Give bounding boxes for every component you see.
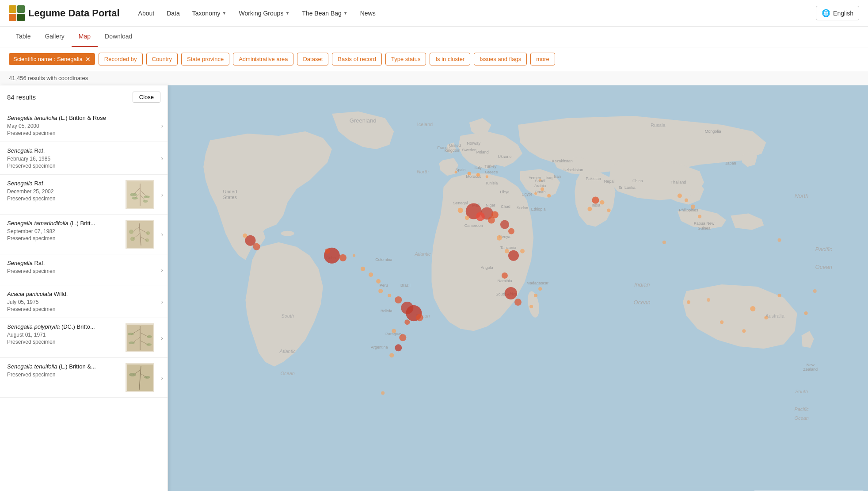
svg-point-146: [685, 198, 688, 202]
svg-point-7: [144, 196, 150, 198]
tab-gallery[interactable]: Gallery: [38, 27, 71, 47]
svg-text:Libya: Libya: [500, 190, 510, 194]
header: Legume Data Portal About Data Taxonomy ▼…: [0, 0, 868, 27]
record-date: May 05, 2000: [7, 123, 154, 129]
record-type: Preserved specimen: [7, 130, 154, 136]
svg-text:Ethiopia: Ethiopia: [531, 207, 546, 211]
list-item[interactable]: Senegalia tenuifolia (L.) Britton & Rose…: [0, 109, 168, 142]
filter-recorded-by[interactable]: Recorded by: [99, 53, 143, 65]
filter-state-province[interactable]: State province: [181, 53, 229, 65]
svg-point-130: [508, 250, 519, 261]
filter-more[interactable]: more: [530, 53, 555, 65]
tab-table[interactable]: Table: [9, 27, 38, 47]
close-sidebar-button[interactable]: Close: [133, 92, 160, 103]
svg-text:Pacific: Pacific: [794, 407, 809, 412]
filter-is-in-cluster[interactable]: Is in cluster: [430, 53, 470, 65]
nav-news[interactable]: News: [355, 6, 381, 20]
record-name: Senegalia tenuifolia (L.) Britton & Rose: [7, 115, 154, 121]
filter-country[interactable]: Country: [146, 53, 178, 65]
specimen-image: [127, 221, 153, 248]
nav-working-groups[interactable]: Working Groups ▼: [234, 6, 295, 20]
svg-point-132: [502, 272, 508, 279]
svg-text:Ocean: Ocean: [280, 371, 294, 376]
svg-point-145: [678, 193, 682, 198]
record-info: Acacia paniculata Willd. July 05, 1975 P…: [7, 291, 154, 312]
svg-text:Ocean: Ocean: [634, 299, 651, 306]
svg-point-147: [691, 204, 695, 209]
svg-text:Brazil: Brazil: [400, 283, 411, 288]
svg-text:Kazakhstan: Kazakhstan: [552, 159, 573, 163]
record-type: Preserved specimen: [7, 235, 122, 242]
map-container[interactable]: United States Greenland North Atlantic O…: [168, 85, 868, 491]
svg-point-128: [497, 235, 502, 241]
list-item[interactable]: Senegalia Raf. December 25, 2002 Preserv…: [0, 175, 168, 215]
svg-point-27: [147, 335, 152, 338]
svg-point-168: [404, 319, 410, 325]
svg-text:South: South: [281, 313, 294, 318]
svg-text:Papua New: Papua New: [694, 221, 715, 226]
remove-filter-icon[interactable]: ✕: [85, 56, 91, 62]
chevron-right-icon: ›: [161, 122, 163, 129]
svg-point-121: [476, 212, 485, 221]
chevron-right-icon: ›: [161, 231, 163, 238]
record-info: Senegalia Raf. Preserved specimen: [7, 260, 154, 280]
svg-point-169: [392, 329, 396, 333]
specimen-image: [127, 325, 153, 351]
record-name: Senegalia Raf.: [7, 260, 154, 266]
svg-text:Poland: Poland: [476, 150, 489, 154]
record-info: Senegalia tamarindifolia (L.) Britt... S…: [7, 220, 122, 249]
list-item[interactable]: Senegalia tenuifolia (L.) Britton &... P…: [0, 358, 168, 398]
record-date: February 16, 1985: [7, 156, 154, 162]
nav-bean-bag[interactable]: The Bean Bag ▼: [297, 6, 353, 20]
svg-point-142: [587, 207, 592, 211]
list-item[interactable]: Senegalia Raf. Preserved specimen ›: [0, 254, 168, 285]
logo[interactable]: Legume Data Portal: [9, 5, 120, 21]
list-item[interactable]: Senegalia polyphylla (DC.) Britto... Aug…: [0, 318, 168, 358]
specimen-image: [127, 364, 153, 391]
filter-issues-flags[interactable]: Issues and flags: [474, 53, 527, 65]
svg-text:New: New: [807, 363, 815, 367]
record-type: Preserved specimen: [7, 306, 154, 312]
nav-about[interactable]: About: [133, 6, 160, 20]
nav-data[interactable]: Data: [161, 6, 185, 20]
svg-text:Mongolia: Mongolia: [705, 129, 722, 134]
active-filter-scientific-name[interactable]: Scientific name : Senegalia ✕: [9, 53, 95, 65]
svg-text:South: South: [795, 389, 808, 394]
svg-text:Senegal: Senegal: [453, 201, 468, 205]
svg-text:Japan: Japan: [725, 161, 736, 165]
svg-point-126: [500, 220, 509, 229]
svg-point-117: [455, 171, 457, 173]
record-info: Senegalia polyphylla (DC.) Britto... Aug…: [7, 323, 122, 352]
svg-point-160: [369, 272, 373, 277]
chevron-right-icon: ›: [161, 334, 163, 341]
tab-download[interactable]: Download: [98, 27, 139, 47]
record-date: August 01, 1971: [7, 332, 122, 338]
svg-text:Atlantic: Atlantic: [414, 251, 431, 257]
svg-text:Arabia: Arabia: [534, 184, 546, 188]
svg-point-161: [376, 279, 381, 284]
filter-administrative-area[interactable]: Administrative area: [233, 53, 293, 65]
svg-point-16: [129, 230, 133, 234]
results-sidebar: 84 results Close Senegalia tenuifolia (L…: [0, 85, 168, 491]
svg-point-17: [146, 231, 150, 235]
tab-map[interactable]: Map: [72, 27, 98, 47]
chevron-right-icon: ›: [161, 191, 163, 198]
svg-point-179: [381, 391, 385, 395]
list-item[interactable]: Senegalia tamarindifolia (L.) Britt... S…: [0, 215, 168, 254]
svg-point-19: [145, 238, 149, 242]
record-thumbnail: [126, 220, 154, 249]
filter-dataset[interactable]: Dataset: [297, 53, 328, 65]
record-name: Senegalia Raf.: [7, 147, 154, 154]
filter-type-status[interactable]: Type status: [385, 53, 426, 65]
main-nav: About Data Taxonomy ▼ Working Groups ▼ T…: [133, 6, 816, 20]
list-item[interactable]: Senegalia Raf. February 16, 1985 Preserv…: [0, 142, 168, 175]
svg-point-116: [476, 173, 480, 176]
svg-point-170: [399, 334, 406, 341]
list-item[interactable]: Acacia paniculata Willd. July 05, 1975 P…: [0, 285, 168, 318]
svg-text:Ocean: Ocean: [815, 264, 832, 270]
filter-basis-of-record[interactable]: Basis of record: [332, 53, 382, 65]
nav-taxonomy[interactable]: Taxonomy ▼: [187, 6, 232, 20]
language-selector[interactable]: 🌐 English: [816, 6, 859, 20]
filter-bar: Scientific name : Senegalia ✕ Recorded b…: [0, 47, 868, 71]
svg-text:Russia: Russia: [651, 123, 666, 128]
